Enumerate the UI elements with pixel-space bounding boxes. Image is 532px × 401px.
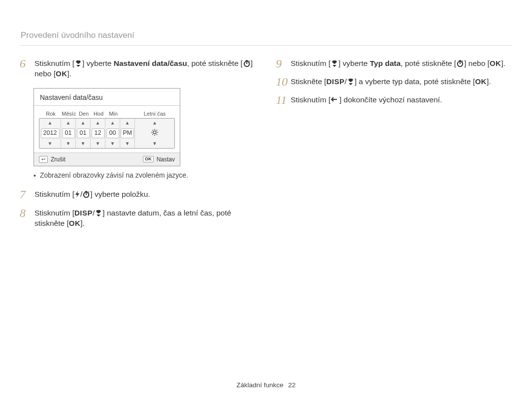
macro-down-icon: [331, 60, 338, 67]
spinner-month[interactable]: ▲ 01 ▼: [61, 119, 76, 148]
device-title: Nastavení data/času: [34, 89, 180, 105]
left-column: 6 Stisknutím [] vyberte Nastavení data/č…: [20, 58, 256, 234]
svg-line-6: [152, 130, 153, 130]
header-rule: [20, 45, 512, 46]
page: Provedení úvodního nastavení 6 Stisknutí…: [0, 0, 532, 401]
chevron-down-icon[interactable]: ▼: [110, 140, 115, 147]
spinner-hour[interactable]: ▲ 12 ▼: [91, 119, 105, 148]
disp-icon: DISP: [74, 209, 93, 217]
return-icon: [331, 96, 339, 104]
svg-line-8: [157, 130, 157, 130]
right-column: 9 Stisknutím [] vyberte Typ data, poté s…: [276, 58, 512, 234]
step-10: 10 Stiskněte [DISP/] a vyberte typ data,…: [276, 76, 512, 88]
chevron-up-icon[interactable]: ▲: [110, 120, 115, 126]
ok-icon: OK: [56, 69, 67, 78]
content-columns: 6 Stisknutím [] vyberte Nastavení data/č…: [20, 58, 512, 234]
device-footer: ↩ Zrušit OK Nastav: [34, 153, 180, 166]
step-number: 7: [20, 188, 34, 201]
chevron-up-icon[interactable]: ▲: [96, 120, 100, 126]
step-text: Stisknutím [] vyberte Nastavení data/čas…: [34, 58, 256, 79]
chevron-up-icon[interactable]: ▲: [81, 120, 86, 126]
chevron-up-icon[interactable]: ▲: [152, 120, 157, 126]
step-7: 7 Stisknutím [/] vyberte položku.: [20, 188, 256, 201]
chevron-up-icon[interactable]: ▲: [66, 120, 71, 126]
spinner-day[interactable]: ▲ 01 ▼: [76, 119, 91, 148]
chevron-up-icon[interactable]: ▲: [125, 120, 130, 126]
spinner-min[interactable]: ▲ 00 ▼: [105, 119, 120, 148]
chevron-down-icon[interactable]: ▼: [125, 140, 130, 147]
step-6: 6 Stisknutím [] vyberte Nastavení data/č…: [20, 58, 256, 79]
macro-down-icon: [95, 209, 102, 217]
ok-icon: OK: [490, 59, 501, 67]
note: • Zobrazení obrazovky závisí na zvoleném…: [33, 171, 256, 181]
step-text: Stisknutím [] dokončíte výchozí nastaven…: [291, 94, 512, 105]
step-9: 9 Stisknutím [] vyberte Typ data, poté s…: [276, 58, 512, 70]
ok-icon: OK: [475, 77, 487, 86]
step-text: Stiskněte [DISP/] a vyberte typ data, po…: [291, 76, 512, 87]
chevron-up-icon[interactable]: ▲: [48, 120, 53, 126]
disp-icon: DISP: [326, 77, 344, 86]
flash-icon: [74, 190, 80, 198]
svg-line-9: [152, 134, 153, 135]
step-number: 6: [20, 58, 34, 70]
sun-icon: [148, 127, 161, 139]
macro-down-icon: [74, 60, 82, 67]
macro-down-icon: [347, 78, 355, 86]
svg-line-7: [157, 134, 157, 135]
chevron-down-icon[interactable]: ▼: [96, 140, 100, 147]
svg-point-1: [153, 131, 156, 134]
timer-icon: [456, 60, 464, 67]
bullet-icon: •: [33, 171, 36, 181]
chevron-down-icon[interactable]: ▼: [66, 140, 71, 147]
step-number: 10: [276, 76, 291, 88]
spinner-row: ▲ 2012 ▼ ▲ 01 ▼ ▲ 01 ▼: [39, 118, 175, 149]
step-text: Stisknutím [/] vyberte položku.: [34, 188, 256, 200]
spinner-dst[interactable]: ▲ ▼: [135, 119, 174, 148]
chevron-down-icon[interactable]: ▼: [48, 140, 53, 147]
chevron-down-icon[interactable]: ▼: [152, 140, 157, 147]
timer-icon: [243, 60, 251, 67]
step-8: 8 Stisknutím [DISP/] nastavte datum, čas…: [20, 207, 256, 229]
column-labels: Rok Měsíc Den Hod Min Letní čas: [39, 111, 175, 117]
set-label: Nastav: [157, 156, 175, 163]
ok-icon: OK: [69, 219, 81, 227]
step-text: Stisknutím [] vyberte Typ data, poté sti…: [291, 58, 512, 69]
step-number: 8: [20, 207, 34, 219]
step-number: 9: [276, 58, 291, 70]
spinner-ampm[interactable]: ▲ PM ▼: [120, 119, 135, 148]
page-footer: Základní funkce 22: [0, 381, 532, 389]
ok-icon: OK: [143, 156, 154, 162]
back-icon: ↩: [39, 156, 48, 163]
bold-term: Nastavení data/času: [114, 59, 187, 67]
device-screen: Nastavení data/času Rok Měsíc Den Hod Mi…: [33, 88, 180, 166]
footer-page-number: 22: [288, 381, 296, 389]
spinner-year[interactable]: ▲ 2012 ▼: [39, 119, 61, 148]
step-11: 11 Stisknutím [] dokončíte výchozí nasta…: [276, 94, 512, 106]
page-header: Provedení úvodního nastavení: [20, 31, 512, 40]
step-number: 11: [276, 94, 291, 106]
bold-term: Typ data: [370, 59, 401, 67]
step-text: Stisknutím [DISP/] nastavte datum, čas a…: [34, 207, 256, 229]
footer-section: Základní funkce: [236, 381, 283, 389]
cancel-label: Zrušit: [51, 156, 66, 163]
chevron-down-icon[interactable]: ▼: [81, 140, 86, 147]
timer-icon: [82, 190, 90, 198]
